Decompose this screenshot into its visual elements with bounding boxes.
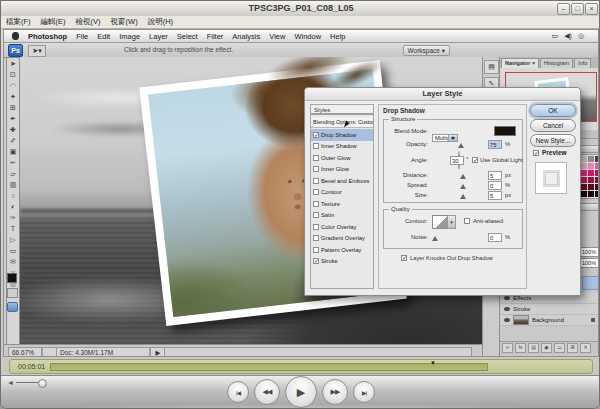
tool-icon[interactable]: ○ — [7, 190, 19, 201]
menu-item[interactable]: 檢視(V) — [76, 17, 101, 27]
style-item[interactable]: Gradient Overlay — [311, 233, 373, 245]
foreground-color-swatch[interactable] — [7, 273, 17, 283]
shadow-color-swatch[interactable] — [494, 126, 516, 136]
preview-checkbox[interactable] — [533, 150, 539, 156]
tool-icon[interactable]: ▥ — [7, 179, 19, 190]
fast-forward-button[interactable]: ▶▶ — [322, 379, 348, 405]
tool-icon[interactable]: ▣ — [7, 146, 19, 157]
tool-icon[interactable]: ⊞ — [7, 102, 19, 113]
styles-header[interactable]: Styles — [311, 105, 373, 115]
style-item[interactable]: Pattern Overlay — [311, 244, 373, 256]
playback-timeline[interactable]: 00:05:01 ▼ — [9, 359, 593, 374]
style-item[interactable]: Bevel and Emboss — [311, 175, 373, 187]
minimize-button[interactable]: – — [557, 3, 570, 15]
eye-icon[interactable] — [504, 318, 510, 322]
size-field[interactable]: 5 — [488, 191, 502, 200]
menu-item[interactable]: View — [269, 32, 285, 41]
selected-layer-row-fragment[interactable] — [582, 276, 599, 290]
color-swatch[interactable] — [588, 170, 594, 176]
color-swatch[interactable] — [595, 184, 599, 190]
color-swatch[interactable] — [581, 177, 587, 183]
slider-thumb[interactable] — [460, 194, 466, 199]
angle-field[interactable]: 30 — [450, 156, 464, 165]
color-swatch[interactable] — [588, 177, 594, 183]
style-checkbox[interactable] — [313, 155, 319, 161]
tool-icon[interactable]: ✑ — [7, 212, 19, 223]
color-swatch[interactable] — [581, 156, 587, 162]
color-swatch[interactable] — [588, 184, 594, 190]
menu-item[interactable]: 檔案(F) — [6, 17, 31, 27]
layer-row[interactable]: Stroke — [500, 304, 599, 315]
slider-thumb[interactable] — [458, 143, 464, 148]
menu-item[interactable]: Image — [119, 32, 140, 41]
ok-button[interactable]: OK — [530, 104, 576, 117]
quick-mask-button[interactable] — [7, 288, 18, 298]
layers-panel-button[interactable]: ◉ — [541, 343, 552, 353]
layers-panel-button[interactable]: ▤ — [528, 343, 539, 353]
timeline-track[interactable] — [50, 363, 488, 371]
color-swatch[interactable] — [588, 163, 594, 169]
zoom-level[interactable]: 66.67% — [8, 347, 42, 357]
blending-options-item[interactable]: Blending Options: Custom — [311, 117, 373, 128]
menu-item[interactable]: Analysis — [232, 32, 260, 41]
tool-icon[interactable]: ✏ — [7, 157, 19, 168]
rewind-button[interactable]: ◀◀ — [254, 379, 280, 405]
restore-button[interactable]: □ — [571, 3, 584, 15]
close-button[interactable]: × — [585, 3, 598, 15]
tool-icon[interactable]: ▱ — [7, 168, 19, 179]
tool-icon[interactable]: ✉ — [7, 256, 19, 267]
layers-panel-button[interactable]: ✕ — [580, 343, 591, 353]
global-light-checkbox[interactable] — [472, 157, 478, 163]
style-item[interactable]: Drop Shadow — [311, 129, 373, 141]
layers-panel-button[interactable]: ∞ — [502, 343, 513, 353]
color-swatch[interactable] — [595, 163, 599, 169]
style-checkbox[interactable] — [313, 224, 319, 230]
tool-icon[interactable]: ✒ — [7, 113, 19, 124]
style-checkbox[interactable] — [313, 201, 319, 207]
opacity-field[interactable]: 75 — [488, 140, 502, 149]
style-checkbox[interactable] — [313, 235, 319, 241]
tool-icon[interactable]: ➤ — [7, 58, 19, 69]
style-checkbox[interactable] — [313, 258, 319, 264]
menu-item[interactable]: Window — [294, 32, 321, 41]
style-checkbox[interactable] — [313, 132, 319, 138]
style-item[interactable]: Stroke — [311, 256, 373, 268]
spread-field[interactable]: 0 — [488, 181, 502, 190]
style-item[interactable]: Inner Glow — [311, 164, 373, 176]
layers-panel-button[interactable]: fx — [515, 343, 526, 353]
knockout-checkbox[interactable] — [401, 255, 407, 261]
status-icon[interactable]: ◀) — [564, 32, 572, 40]
anti-aliased-checkbox[interactable] — [464, 218, 470, 224]
style-item[interactable]: Color Overlay — [311, 221, 373, 233]
color-swatch[interactable] — [588, 191, 594, 197]
style-item[interactable]: Satin — [311, 210, 373, 222]
panel-dock-icon[interactable]: ▤ — [484, 60, 499, 74]
noise-field[interactable]: 0 — [488, 233, 502, 242]
color-swatch[interactable] — [595, 156, 599, 162]
workspace-button[interactable]: Workspace ▾ — [403, 45, 450, 56]
style-item[interactable]: Outer Glow — [311, 152, 373, 164]
tool-icon[interactable]: T — [7, 223, 19, 234]
layers-fill-field[interactable]: 100% — [580, 258, 599, 268]
style-item[interactable]: Texture — [311, 198, 373, 210]
select-stepper-icon[interactable] — [448, 135, 457, 141]
panel-tab[interactable]: Navigator × — [501, 58, 539, 68]
menu-item[interactable]: File — [76, 32, 88, 41]
menu-item[interactable]: Help — [330, 32, 345, 41]
slider-thumb[interactable] — [460, 174, 466, 179]
style-checkbox[interactable] — [313, 166, 319, 172]
style-checkbox[interactable] — [313, 212, 319, 218]
cancel-button[interactable]: Cancel — [530, 119, 576, 132]
tool-icon[interactable]: ✚ — [7, 124, 19, 135]
color-swatch[interactable] — [581, 170, 587, 176]
menu-item[interactable]: Edit — [97, 32, 110, 41]
menu-item[interactable]: 說明(H) — [148, 17, 173, 27]
window-titlebar[interactable]: TPSC3PG_P01_C08_L05 – □ × — [1, 1, 600, 17]
tool-icon[interactable]: ✐ — [7, 135, 19, 146]
color-swatch[interactable] — [581, 163, 587, 169]
menu-item[interactable]: Layer — [149, 32, 168, 41]
style-checkbox[interactable] — [313, 143, 319, 149]
layer-row[interactable]: Background — [500, 315, 599, 326]
color-swatch[interactable] — [595, 177, 599, 183]
layers-opacity-field[interactable]: 100% — [580, 247, 599, 257]
